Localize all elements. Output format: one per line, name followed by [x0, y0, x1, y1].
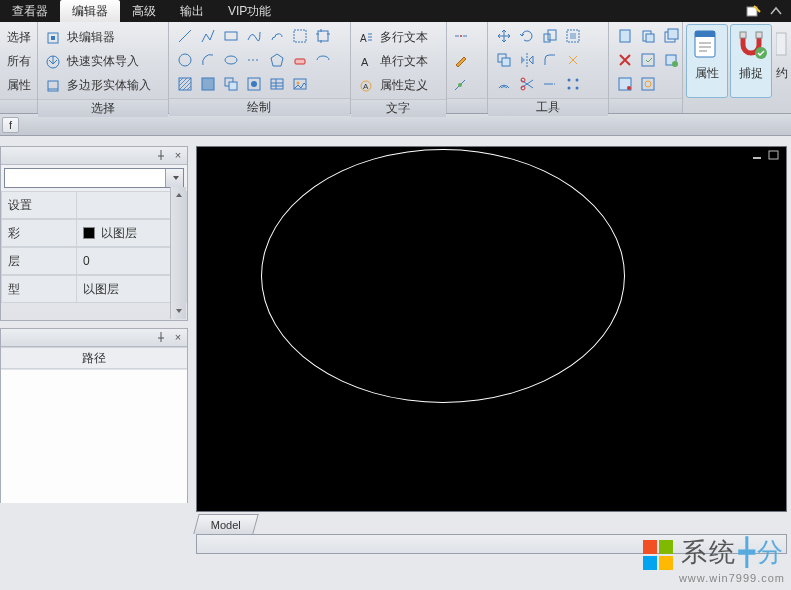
- main-area: × 设置 彩以图层 层0 型以图层 × 路径: [0, 136, 791, 590]
- insert-tool-icon[interactable]: [221, 74, 241, 94]
- ribbon-item-quickimport[interactable]: 快速实体导入: [41, 50, 155, 73]
- pin-icon[interactable]: [156, 332, 168, 344]
- basepoint-tool-icon[interactable]: [615, 74, 635, 94]
- rotate-tool-icon[interactable]: [517, 26, 537, 46]
- object-type-combo[interactable]: [4, 168, 184, 188]
- menubar-tab-2[interactable]: 高级: [120, 0, 168, 22]
- model-tab[interactable]: Model: [193, 514, 258, 534]
- menubar-tab-0[interactable]: 查看器: [0, 0, 60, 22]
- pasteblock-tool-icon[interactable]: [638, 50, 658, 70]
- copy-tool-icon[interactable]: [494, 50, 514, 70]
- edit-icon[interactable]: [745, 3, 763, 19]
- break-tool-icon[interactable]: [451, 26, 471, 46]
- svg-rect-28: [544, 34, 550, 42]
- svg-rect-2: [51, 36, 55, 40]
- close-icon[interactable]: ×: [172, 150, 184, 162]
- ref-tool-icon[interactable]: [244, 74, 264, 94]
- extra-big-button[interactable]: 约: [774, 24, 790, 98]
- ribbon-item-all[interactable]: 所有: [3, 50, 35, 73]
- viewport-minimize-icon[interactable]: [752, 150, 766, 162]
- group-tool-icon[interactable]: [563, 26, 583, 46]
- erase-tool-icon[interactable]: [290, 50, 310, 70]
- polygon-input-icon: [45, 78, 61, 94]
- pin-icon[interactable]: [156, 150, 168, 162]
- menubar-tab-3[interactable]: 输出: [168, 0, 216, 22]
- svg-marker-10: [271, 54, 283, 66]
- trim-tool-icon[interactable]: [517, 74, 537, 94]
- chevron-up-icon[interactable]: [767, 3, 785, 19]
- svg-rect-59: [769, 151, 778, 159]
- ribbon: 选择 所有 属性 块编辑器 快速实体导入 多边形实体输入 选择: [0, 22, 791, 114]
- arc-tool-icon[interactable]: [198, 50, 218, 70]
- region-tool-icon[interactable]: [290, 26, 310, 46]
- properties-scrollbar[interactable]: [170, 187, 186, 319]
- ellipsearc-tool-icon[interactable]: [313, 50, 333, 70]
- spline-tool-icon[interactable]: [244, 26, 264, 46]
- crop-tool-icon[interactable]: [313, 26, 333, 46]
- ribbon-item-mtext[interactable]: A 多行文本: [354, 26, 432, 49]
- fillet-tool-icon[interactable]: [540, 50, 560, 70]
- properties-big-button[interactable]: 属性: [686, 24, 728, 98]
- path-list[interactable]: [1, 369, 187, 503]
- menubar-tab-4[interactable]: VIP功能: [216, 0, 283, 22]
- viewport-maximize-icon[interactable]: [768, 150, 782, 162]
- ribbon-item-attrdef[interactable]: A 属性定义: [354, 74, 432, 97]
- ribbon-group-label-2: 绘制: [169, 98, 350, 116]
- pasteorigin-tool-icon[interactable]: [638, 74, 658, 94]
- explode-tool-icon[interactable]: [563, 50, 583, 70]
- offset-tool-icon[interactable]: [494, 74, 514, 94]
- pastespec-tool-icon[interactable]: [661, 50, 681, 70]
- svg-rect-45: [642, 54, 654, 66]
- svg-text:A: A: [361, 56, 369, 68]
- menubar-tab-1[interactable]: 编辑器: [60, 0, 120, 22]
- ribbon-item-blockedit[interactable]: 块编辑器: [41, 26, 155, 49]
- circle-tool-icon[interactable]: [175, 50, 195, 70]
- copy2-tool-icon[interactable]: [661, 26, 681, 46]
- cut-tool-icon[interactable]: [615, 26, 635, 46]
- dash-tool-icon[interactable]: [244, 50, 264, 70]
- drawing-viewport[interactable]: [196, 146, 787, 512]
- svg-rect-13: [202, 78, 214, 90]
- zigzag-tool-icon[interactable]: [198, 26, 218, 46]
- ribbon-item-text[interactable]: A 单行文本: [354, 50, 432, 73]
- mirror-tool-icon[interactable]: [517, 50, 537, 70]
- layout-tabs-row: Model: [196, 512, 787, 534]
- svg-rect-55: [756, 32, 762, 38]
- scroll-down-icon[interactable]: [171, 303, 186, 319]
- extend-tool-icon[interactable]: [540, 74, 560, 94]
- svg-rect-58: [753, 157, 761, 159]
- gradient-tool-icon[interactable]: [198, 74, 218, 94]
- prop-key-0: 设置: [1, 191, 77, 219]
- document-tab[interactable]: f: [2, 117, 19, 133]
- snap-big-button[interactable]: 捕捉: [730, 24, 772, 98]
- table-tool-icon[interactable]: [267, 74, 287, 94]
- line-tool-icon[interactable]: [175, 26, 195, 46]
- combo-dropdown-button[interactable]: [165, 169, 183, 187]
- rect-tool-icon[interactable]: [221, 26, 241, 46]
- paint-tool-icon[interactable]: [451, 50, 471, 70]
- array-tool-icon[interactable]: [563, 74, 583, 94]
- addpoint-tool-icon[interactable]: [451, 74, 471, 94]
- image-tool-icon[interactable]: [290, 74, 310, 94]
- svg-rect-44: [668, 29, 678, 39]
- delete-tool-icon[interactable]: [615, 50, 635, 70]
- text-icon: A: [358, 54, 374, 70]
- scroll-up-icon[interactable]: [171, 187, 186, 203]
- scale-tool-icon[interactable]: [540, 26, 560, 46]
- app-menubar: 查看器 编辑器 高级 输出 VIP功能: [0, 0, 791, 22]
- hatch-tool-icon[interactable]: [175, 74, 195, 94]
- ellipse-tool-icon[interactable]: [221, 50, 241, 70]
- ribbon-item-props[interactable]: 属性: [3, 74, 35, 97]
- svg-point-49: [627, 86, 631, 90]
- move-tool-icon[interactable]: [494, 26, 514, 46]
- circle-entity[interactable]: [261, 149, 625, 403]
- ribbon-item-select[interactable]: 选择: [3, 26, 35, 49]
- ribbon-item-polyinput[interactable]: 多边形实体输入: [41, 74, 155, 97]
- revcloud-tool-icon[interactable]: [267, 26, 287, 46]
- polygon-tool-icon[interactable]: [267, 50, 287, 70]
- close-icon[interactable]: ×: [172, 332, 184, 344]
- svg-point-36: [567, 79, 570, 82]
- paste-tool-icon[interactable]: [638, 26, 658, 46]
- svg-rect-57: [776, 33, 786, 55]
- command-line[interactable]: [196, 534, 787, 554]
